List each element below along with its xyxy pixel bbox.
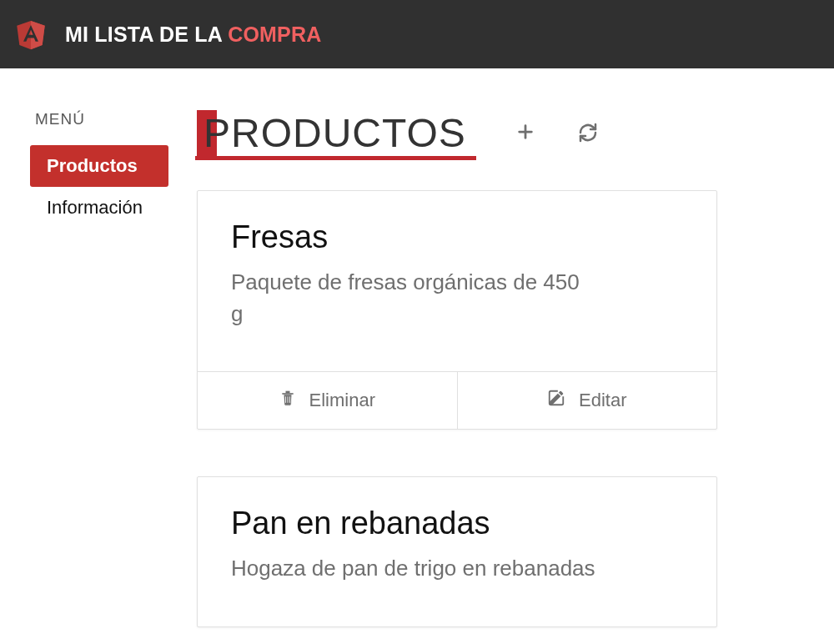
product-description: Hogaza de pan de trigo en rebanadas [231, 553, 683, 585]
title-actions [516, 123, 598, 148]
edit-icon [547, 389, 565, 412]
product-card-body: Fresas Paquete de fresas orgánicas de 45… [198, 191, 716, 371]
angular-logo-icon [15, 18, 47, 51]
trash-icon [279, 389, 296, 412]
app-title-accent: COMPRA [228, 23, 321, 46]
product-card-body: Pan en rebanadas Hogaza de pan de trigo … [198, 477, 716, 626]
title-row: PRODUCTOS [197, 110, 804, 160]
edit-button[interactable]: Editar [458, 372, 717, 429]
sidebar-item-label: Productos [47, 155, 138, 176]
add-product-icon[interactable] [516, 123, 535, 148]
product-card: Fresas Paquete de fresas orgánicas de 45… [197, 190, 717, 430]
sidebar: MENÚ Productos Información [30, 110, 168, 644]
app-title-mid: LISTA DE LA [94, 23, 228, 46]
refresh-icon[interactable] [578, 123, 598, 148]
product-name: Fresas [231, 219, 683, 255]
edit-label: Editar [579, 390, 626, 411]
app-title-prefix: MI [65, 23, 94, 46]
content-area: MENÚ Productos Información PRODUCTOS [0, 68, 834, 644]
delete-button[interactable]: Eliminar [198, 372, 458, 429]
sidebar-item-label: Información [47, 197, 143, 218]
app-title: MI LISTA DE LA COMPRA [65, 23, 321, 47]
sidebar-item-informacion[interactable]: Información [30, 187, 168, 229]
page-title: PRODUCTOS [195, 110, 476, 160]
app-header: MI LISTA DE LA COMPRA [0, 0, 834, 68]
product-card: Pan en rebanadas Hogaza de pan de trigo … [197, 476, 717, 627]
menu-label: MENÚ [30, 110, 168, 145]
product-name: Pan en rebanadas [231, 506, 683, 541]
delete-label: Eliminar [309, 390, 375, 411]
sidebar-item-productos[interactable]: Productos [30, 145, 168, 187]
main-content: PRODUCTOS Fresas Paquete de fresas orgán… [175, 110, 804, 644]
product-card-actions: Eliminar Editar [198, 371, 716, 429]
product-description: Paquete de fresas orgánicas de 450 g [231, 267, 581, 330]
